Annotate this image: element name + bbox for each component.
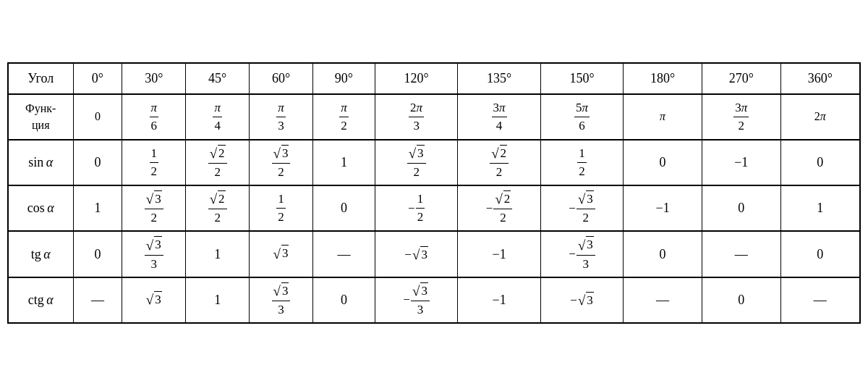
tg-360: 0 xyxy=(780,231,860,277)
angle-0: 0° xyxy=(73,63,122,94)
tg-45: 1 xyxy=(186,231,250,277)
ctg-90: 0 xyxy=(312,277,375,323)
tg-90: — xyxy=(312,231,375,277)
cos30-frac: √3 2 xyxy=(145,190,163,226)
cos-label: cos α xyxy=(8,185,73,231)
rad-150: 5π 6 xyxy=(540,94,623,140)
angle-90: 90° xyxy=(312,63,375,94)
sin-150: 1 2 xyxy=(540,140,623,185)
rad-360: 2π xyxy=(780,94,860,140)
tg-0: 0 xyxy=(73,231,122,277)
sin-60: √3 2 xyxy=(250,140,313,185)
sin-0: 0 xyxy=(73,140,122,185)
ctg-135: −1 xyxy=(458,277,540,323)
tg-135: −1 xyxy=(458,231,540,277)
sin-45: √2 2 xyxy=(186,140,250,185)
rad-45: π 4 xyxy=(186,94,250,140)
angle-30: 30° xyxy=(122,63,186,94)
ctg-label: ctg α xyxy=(8,277,73,323)
angle-135: 135° xyxy=(458,63,540,94)
tg-60: √3 xyxy=(250,231,313,277)
rad-0: 0 xyxy=(73,94,122,140)
tg30-frac: √3 3 xyxy=(145,236,163,272)
tg120-neg-sqrt3: − √3 xyxy=(404,246,428,264)
pi-over-6: π 6 xyxy=(150,100,159,134)
ctg60-frac: √3 3 xyxy=(272,282,291,318)
rad-120: 2π 3 xyxy=(375,94,457,140)
ctg-0: — xyxy=(73,277,122,323)
cos60-frac: 1 2 xyxy=(276,191,286,225)
tg60-sqrt3: √3 xyxy=(273,245,289,261)
cos-270: 0 xyxy=(702,185,780,231)
sin-135: √2 2 xyxy=(458,140,540,185)
5pi-over-6: 5π 6 xyxy=(574,100,590,134)
cos-360: 1 xyxy=(780,185,860,231)
3pi-over-2: 3π 2 xyxy=(733,100,749,134)
ctg150-neg-sqrt3: − √3 xyxy=(570,292,594,309)
sin-90: 1 xyxy=(312,140,375,185)
ctg-120: − √3 3 xyxy=(375,277,457,323)
trig-table-container: Угол 0° 30° 45° 60° 90° 120° 135° 150° 1… xyxy=(7,62,861,324)
ctg-180: — xyxy=(624,277,702,323)
sin60-frac: √3 2 xyxy=(272,145,291,180)
cos120-neg-frac: − 1 2 xyxy=(408,191,425,225)
sin120-frac: √3 2 xyxy=(407,145,426,180)
tg-150: − √3 3 xyxy=(540,231,623,277)
cos150-neg-frac: − √3 2 xyxy=(569,190,595,226)
angle-270: 270° xyxy=(702,63,780,94)
tg150-neg-frac: − √3 3 xyxy=(569,236,595,272)
ctg30-sqrt3: √3 xyxy=(146,291,162,308)
radian-row: Функ-ция 0 π 6 π 4 π 3 xyxy=(8,94,860,140)
angle-label-cell: Угол xyxy=(8,63,73,94)
cos135-neg-frac: − √2 2 xyxy=(486,190,513,226)
2pi-over-3: 2π 3 xyxy=(409,100,424,134)
ctg-270: 0 xyxy=(702,277,780,323)
tg-270: — xyxy=(702,231,780,277)
ctg120-neg-frac: − √3 3 xyxy=(403,282,430,318)
sin-120: √3 2 xyxy=(375,140,457,185)
cos-150: − √3 2 xyxy=(540,185,623,231)
func-radian-label: Функ-ция xyxy=(8,94,73,140)
sin-label: sin α xyxy=(8,140,73,185)
cos-0: 1 xyxy=(73,185,122,231)
rad-135: 3π 4 xyxy=(458,94,540,140)
sin-270: −1 xyxy=(702,140,780,185)
tg-30: √3 3 xyxy=(122,231,186,277)
angle-60: 60° xyxy=(250,63,313,94)
angle-150: 150° xyxy=(540,63,623,94)
cos-120: − 1 2 xyxy=(375,185,457,231)
ctg-45: 1 xyxy=(186,277,250,323)
sin-180: 0 xyxy=(624,140,702,185)
tg-label: tg α xyxy=(8,231,73,277)
cos-135: − √2 2 xyxy=(458,185,540,231)
ctg-30: √3 xyxy=(122,277,186,323)
ctg-row: ctg α — √3 1 √3 3 0 − √3 3 xyxy=(8,277,860,323)
ctg-360: — xyxy=(780,277,860,323)
cos-30: √3 2 xyxy=(122,185,186,231)
sin135-frac: √2 2 xyxy=(490,145,509,180)
3pi-over-4: 3π 4 xyxy=(492,100,507,134)
ctg-60: √3 3 xyxy=(250,277,313,323)
cos-180: −1 xyxy=(624,185,702,231)
cos-90: 0 xyxy=(312,185,375,231)
rad-90: π 2 xyxy=(312,94,375,140)
rad-270: 3π 2 xyxy=(702,94,780,140)
angle-45: 45° xyxy=(186,63,250,94)
cos-45: √2 2 xyxy=(186,185,250,231)
angle-header-row: Угол 0° 30° 45° 60° 90° 120° 135° 150° 1… xyxy=(8,63,860,94)
rad-60: π 3 xyxy=(250,94,313,140)
tg-row: tg α 0 √3 3 1 √3 — − √3 −1 xyxy=(8,231,860,277)
tg-120: − √3 xyxy=(375,231,457,277)
sin45-frac: √2 2 xyxy=(208,145,227,180)
cos-60: 1 2 xyxy=(250,185,313,231)
cos-row: cos α 1 √3 2 √2 2 1 2 0 xyxy=(8,185,860,231)
sin150-frac: 1 2 xyxy=(577,146,587,180)
angle-120: 120° xyxy=(375,63,457,94)
sin-row: sin α 0 1 2 √2 2 √3 2 1 xyxy=(8,140,860,185)
pi-over-3: π 3 xyxy=(276,100,286,134)
rad-180: π xyxy=(624,94,702,140)
pi-over-2: π 2 xyxy=(339,100,349,134)
tg-180: 0 xyxy=(624,231,702,277)
angle-360: 360° xyxy=(780,63,860,94)
sin-30: 1 2 xyxy=(122,140,186,185)
